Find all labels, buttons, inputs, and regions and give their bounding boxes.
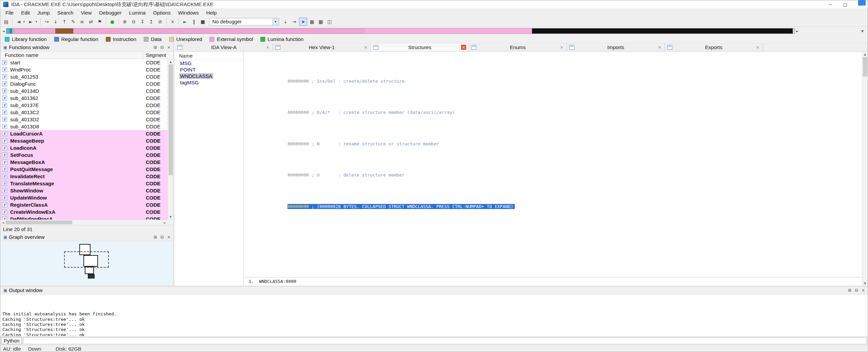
- function-row[interactable]: f UpdateWindow CODE: [0, 194, 167, 201]
- tab-close-icon[interactable]: ×: [657, 45, 662, 50]
- lumina-status-icon[interactable]: ●: [108, 18, 116, 26]
- navigate-back-icon[interactable]: ◄: [15, 18, 23, 26]
- search-prev-icon[interactable]: ↑: [60, 18, 68, 26]
- tab-exports[interactable]: Exports ×: [665, 43, 763, 51]
- step-over-icon[interactable]: ⇝: [290, 18, 298, 26]
- tab-enums[interactable]: Enums ×: [469, 43, 567, 51]
- tab-close-icon[interactable]: ×: [363, 45, 368, 50]
- menu-item[interactable]: Jump: [34, 9, 54, 17]
- scroll-down-icon[interactable]: ▼: [862, 281, 868, 286]
- tab-close-icon[interactable]: ×: [559, 45, 564, 50]
- function-row[interactable]: f LoadCursorA CODE: [0, 130, 167, 137]
- structure-name-item[interactable]: tagMSG: [175, 79, 243, 86]
- desktop-restore-icon[interactable]: ◫: [326, 18, 334, 26]
- functions-vertical-scrollbar[interactable]: ▲ ▼: [167, 59, 173, 220]
- function-row[interactable]: f sub_401362 CODE: [0, 95, 167, 102]
- tab-ida-view-a[interactable]: IDA View-A ×: [175, 43, 273, 51]
- tab-close-icon[interactable]: ×: [265, 45, 270, 50]
- save-icon[interactable]: ▤: [2, 18, 10, 26]
- menu-item[interactable]: Windows: [174, 9, 202, 17]
- menu-item[interactable]: Help: [202, 9, 220, 17]
- panel-float-button[interactable]: ⊞: [152, 234, 158, 240]
- function-row[interactable]: f ShowWindow CODE: [0, 187, 167, 194]
- bookmark-icon[interactable]: ⚑: [96, 18, 104, 26]
- function-row[interactable]: f TranslateMessage CODE: [0, 180, 167, 187]
- scrollbar-thumb[interactable]: [169, 64, 173, 175]
- function-row[interactable]: f DefWindowProcA CODE: [0, 215, 167, 220]
- panel-restore-button[interactable]: ⊟: [853, 287, 860, 293]
- scroll-up-icon[interactable]: ▲: [168, 59, 173, 64]
- function-row[interactable]: f SetFocus CODE: [0, 151, 167, 159]
- debugger-select[interactable]: No debugger ▾: [209, 18, 279, 25]
- windows-list-icon[interactable]: ▦: [308, 18, 316, 26]
- panel-float-button[interactable]: ⊞: [152, 44, 158, 50]
- function-row[interactable]: f sub_401253 CODE: [0, 73, 167, 80]
- function-row[interactable]: f start CODE: [0, 59, 167, 66]
- navband-right-arrow-icon[interactable]: ►: [795, 28, 800, 34]
- panel-close-button[interactable]: ×: [166, 234, 172, 240]
- menu-item[interactable]: View: [77, 9, 95, 17]
- structure-line[interactable]: 00000000; N : rename structure or struct…: [245, 136, 862, 152]
- menu-item[interactable]: Options: [150, 9, 175, 17]
- structure-name-item[interactable]: WNDCLASSA: [175, 73, 243, 79]
- python-cli-tab[interactable]: Python: [1, 337, 22, 344]
- trace-stop-icon[interactable]: ⊘: [156, 18, 164, 26]
- function-row[interactable]: f RegisterClassA CODE: [0, 201, 167, 208]
- scrollbar-thumb[interactable]: [6, 221, 72, 224]
- debugger-start-icon[interactable]: ►: [181, 18, 189, 26]
- function-row[interactable]: f MessageBoxA CODE: [0, 159, 167, 166]
- minimize-button[interactable]: ─: [823, 0, 838, 8]
- menu-item[interactable]: Search: [54, 9, 77, 17]
- tab-imports[interactable]: Imports ×: [567, 43, 665, 51]
- function-row[interactable]: f WndProc CODE: [0, 66, 167, 73]
- panel-float-button[interactable]: ⊞: [847, 287, 853, 293]
- navigate-forward-icon[interactable]: ►: [27, 18, 35, 26]
- breakpoint-add-icon[interactable]: ⊕: [121, 18, 129, 26]
- function-row[interactable]: f MessageBeep CODE: [0, 137, 167, 144]
- xrefs-icon[interactable]: ⇄: [87, 18, 95, 26]
- function-row[interactable]: f InvalidateRect CODE: [0, 173, 167, 180]
- function-row[interactable]: f sub_4013D8 CODE: [0, 123, 167, 130]
- function-row[interactable]: f DialogFunc CODE: [0, 80, 167, 87]
- trace-into-icon[interactable]: ↧: [138, 18, 146, 26]
- structure-line[interactable]: 00000000; Ins/Del : create/delete struct…: [245, 74, 862, 89]
- trace-over-icon[interactable]: ↥: [147, 18, 155, 26]
- functions-horizontal-scrollbar[interactable]: ◄ ►: [0, 220, 173, 225]
- column-segment[interactable]: Segment: [143, 51, 166, 59]
- cli-input[interactable]: [23, 337, 867, 344]
- navband-left-arrow-icon[interactable]: ◄: [1, 28, 6, 34]
- graph-overview-canvas[interactable]: [0, 241, 173, 286]
- navband-menu-icon[interactable]: ▼: [860, 28, 865, 34]
- scrollbar-thumb[interactable]: [863, 57, 867, 77]
- navigation-band[interactable]: [6, 28, 795, 34]
- names-window-icon[interactable]: ≡: [78, 18, 86, 26]
- function-row[interactable]: f LoadIconA CODE: [0, 144, 167, 151]
- scroll-right-icon[interactable]: ►: [162, 220, 167, 225]
- panel-close-button[interactable]: ×: [860, 287, 866, 293]
- menu-item[interactable]: File: [2, 9, 17, 17]
- navigate-forward-menu-icon[interactable]: ▾: [34, 18, 38, 26]
- structures-vertical-scrollbar[interactable]: ▲ ▼: [862, 51, 868, 286]
- scroll-down-icon[interactable]: ▼: [168, 214, 173, 220]
- panel-restore-button[interactable]: ⊟: [159, 44, 165, 50]
- breakpoint-del-icon[interactable]: ⊖: [130, 18, 138, 26]
- column-function-name[interactable]: Function name: [0, 51, 143, 59]
- desktop-save-icon[interactable]: ▩: [317, 18, 325, 26]
- function-row[interactable]: f sub_40134D CODE: [0, 87, 167, 95]
- menu-item[interactable]: Lumina: [125, 9, 149, 17]
- function-row[interactable]: f sub_4013C2 CODE: [0, 109, 167, 116]
- function-row[interactable]: f sub_40137E CODE: [0, 102, 167, 109]
- structure-line[interactable]: 00000000; U : delete structure member: [245, 167, 862, 183]
- chevron-down-icon[interactable]: ▾: [272, 18, 279, 25]
- menu-item[interactable]: Edit: [17, 9, 34, 17]
- navigate-back-menu-icon[interactable]: ▾: [22, 18, 26, 26]
- panel-close-button[interactable]: ×: [166, 44, 172, 50]
- maximize-button[interactable]: □: [838, 0, 853, 8]
- tab-close-icon[interactable]: ×: [755, 45, 760, 50]
- structure-name-item[interactable]: MSG: [175, 60, 243, 66]
- debugger-stop-icon[interactable]: ■: [199, 18, 207, 26]
- function-row[interactable]: f CreateWindowExA CODE: [0, 208, 167, 215]
- search-next-icon[interactable]: ↓: [52, 18, 60, 26]
- step-into-icon[interactable]: ⇣: [281, 18, 290, 26]
- cancel-icon[interactable]: ×: [169, 18, 177, 26]
